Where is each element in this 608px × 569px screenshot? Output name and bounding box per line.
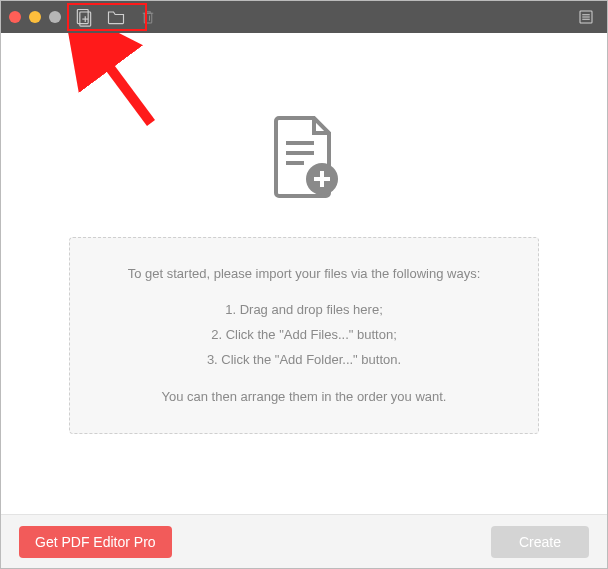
trash-icon [139,8,157,26]
instructions-panel: To get started, please import your files… [69,237,539,434]
minimize-window-button[interactable] [29,11,41,23]
svg-rect-4 [144,13,152,23]
add-folder-button[interactable] [103,4,129,30]
get-pdf-editor-pro-button[interactable]: Get PDF Editor Pro [19,526,172,558]
list-view-button[interactable] [573,4,599,30]
instruction-step: 3. Click the "Add Folder..." button. [90,348,518,373]
zoom-window-button[interactable] [49,11,61,23]
list-icon [577,8,595,26]
close-window-button[interactable] [9,11,21,23]
toolbar-left-group [71,4,161,30]
add-file-icon [74,7,94,27]
instructions-outro: You can then arrange them in the order y… [90,385,518,410]
instruction-step: 2. Click the "Add Files..." button; [90,323,518,348]
folder-icon [106,7,126,27]
instructions-intro: To get started, please import your files… [90,262,518,287]
footer: Get PDF Editor Pro Create [1,514,607,568]
drop-zone[interactable]: To get started, please import your files… [1,33,607,514]
add-files-button[interactable] [71,4,97,30]
svg-line-12 [99,53,151,123]
titlebar [1,1,607,33]
annotation-arrow [41,33,161,153]
delete-button[interactable] [135,4,161,30]
instruction-step: 1. Drag and drop files here; [90,298,518,323]
window-controls [9,11,61,23]
empty-state-icon [264,113,344,207]
create-button[interactable]: Create [491,526,589,558]
